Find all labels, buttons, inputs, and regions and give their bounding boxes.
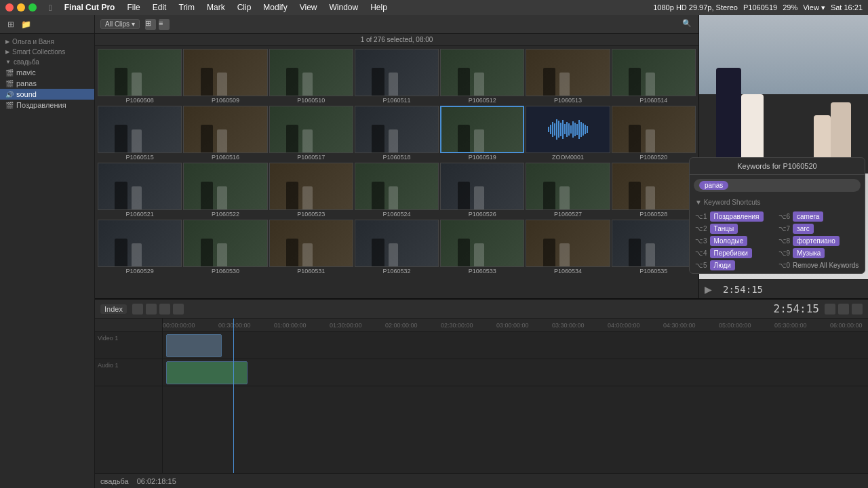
- sidebar-section-smart[interactable]: ▶ Smart Collections: [0, 47, 94, 57]
- project-time: 06:02:18:15: [137, 477, 176, 485]
- clip-figure: [629, 125, 641, 152]
- clip-P1060535[interactable]: P1060535: [612, 220, 696, 275]
- menu-modify[interactable]: Modify: [260, 3, 290, 12]
- clip-P1060532[interactable]: P1060532: [355, 220, 439, 275]
- clip-P1060523[interactable]: P1060523: [269, 163, 353, 218]
- kw-shortcut-3[interactable]: ⌥7загс: [778, 224, 860, 234]
- clip-P1060529[interactable]: P1060529: [98, 220, 182, 275]
- kw-shortcut-7[interactable]: ⌥9Музыка: [778, 248, 860, 258]
- clip-figure: [458, 68, 470, 96]
- menu-window[interactable]: Window: [326, 3, 361, 12]
- clip-P1060527[interactable]: P1060527: [526, 163, 610, 218]
- current-keyword-tag[interactable]: panas: [699, 181, 728, 190]
- play-button[interactable]: ▶: [705, 284, 712, 295]
- clip-P1060513[interactable]: P1060513: [526, 49, 610, 104]
- timeline-clip-1[interactable]: [166, 334, 222, 357]
- close-button[interactable]: [5, 3, 14, 12]
- kw-shortcut-4[interactable]: ⌥3Молодые: [695, 236, 776, 246]
- clip-P1060533[interactable]: P1060533: [440, 220, 524, 275]
- sidebar-item-sound[interactable]: 🔊 sound: [0, 89, 94, 100]
- clip-P1060528[interactable]: P1060528: [612, 163, 696, 218]
- kw-shortcut-9[interactable]: ⌥0Remove All Keywords: [778, 260, 860, 270]
- sidebar-item-congratulations[interactable]: 🎬 Поздравления: [0, 100, 94, 110]
- timeline-btn-r2[interactable]: [838, 304, 849, 314]
- timeline-btn-r3[interactable]: [852, 304, 863, 314]
- menu-clip[interactable]: Clip: [235, 3, 254, 12]
- index-label[interactable]: Index: [100, 304, 127, 314]
- kw-btn-8[interactable]: Люди: [710, 260, 735, 270]
- sidebar-item-panas[interactable]: 🎬 panas: [0, 78, 94, 89]
- menu-file[interactable]: File: [124, 3, 142, 12]
- clip-P1060524[interactable]: P1060524: [355, 163, 439, 218]
- timeline-tracks[interactable]: 00:00:00:0000:30:00:0001:00:00:0001:30:0…: [163, 319, 868, 473]
- audio-track: [163, 359, 868, 386]
- clip-P1060517[interactable]: P1060517: [269, 106, 353, 161]
- kw-btn-3[interactable]: загс: [793, 224, 814, 234]
- apple-icon[interactable]: : [49, 3, 52, 13]
- menu-mark[interactable]: Mark: [204, 3, 228, 12]
- sidebar-icon-1[interactable]: ⊞: [5, 19, 16, 30]
- clip-P1060516[interactable]: P1060516: [183, 106, 267, 161]
- clip-P1060519[interactable]: P1060519: [440, 106, 524, 161]
- wave-bar: [560, 123, 561, 136]
- kw-btn-6[interactable]: Перебивки: [710, 248, 752, 258]
- clip-P1060531[interactable]: P1060531: [269, 220, 353, 275]
- kw-btn-1[interactable]: camera: [793, 211, 823, 222]
- menu-help[interactable]: Help: [368, 3, 390, 12]
- clip-P1060518[interactable]: P1060518: [355, 106, 439, 161]
- clip-P1060514[interactable]: P1060514: [612, 49, 696, 104]
- kw-remove-btn[interactable]: Remove All Keywords: [793, 262, 859, 269]
- timeline-btn-4[interactable]: [173, 304, 184, 314]
- kw-btn-0[interactable]: Поздравления: [710, 211, 764, 222]
- kw-btn-4[interactable]: Молодые: [710, 236, 748, 246]
- kw-shortcut-5[interactable]: ⌥8фортепиано: [778, 236, 860, 246]
- sidebar-section-library[interactable]: ▼ свадьба: [0, 57, 94, 67]
- grid-view-btn[interactable]: ⊞: [145, 19, 156, 30]
- clip-P1060530[interactable]: P1060530: [183, 220, 267, 275]
- menu-trim[interactable]: Trim: [176, 3, 197, 12]
- clip-P1060509[interactable]: P1060509: [183, 49, 267, 104]
- clip-P1060508[interactable]: P1060508: [98, 49, 182, 104]
- fullscreen-button[interactable]: [28, 3, 37, 12]
- clip-P1060521[interactable]: P1060521: [98, 163, 182, 218]
- clip-figure: [629, 239, 641, 266]
- timeline-btn-2[interactable]: [146, 304, 157, 314]
- minimize-button[interactable]: [17, 3, 25, 12]
- search-icon[interactable]: 🔍: [682, 19, 693, 30]
- clip-P1060511[interactable]: P1060511: [355, 49, 439, 104]
- kw-shortcut-2[interactable]: ⌥2Танцы: [695, 224, 776, 234]
- timeline-btn-r1[interactable]: [825, 304, 835, 314]
- app-name[interactable]: Final Cut Pro: [62, 3, 118, 12]
- sidebar-icon-2[interactable]: 📁: [20, 19, 31, 30]
- menu-view[interactable]: View: [297, 3, 320, 12]
- menu-edit[interactable]: Edit: [150, 3, 170, 12]
- clip-P1060520[interactable]: P1060520: [612, 106, 696, 161]
- menu-view-btn[interactable]: View ▾: [803, 3, 825, 12]
- clip-P1060510[interactable]: P1060510: [269, 49, 353, 104]
- menu-clip-id: P1060519: [743, 3, 777, 12]
- clip-P1060515[interactable]: P1060515: [98, 106, 182, 161]
- kw-shortcut-0[interactable]: ⌥1Поздравления: [695, 211, 776, 222]
- all-clips-btn[interactable]: All Clips ▾: [100, 19, 140, 29]
- clip-P1060522[interactable]: P1060522: [183, 163, 267, 218]
- sidebar-section-project[interactable]: ▶ Ольга и Ваня: [0, 37, 94, 47]
- kw-btn-2[interactable]: Танцы: [710, 224, 738, 234]
- kw-shortcut-8[interactable]: ⌥5Люди: [695, 260, 776, 270]
- timeline-clip-audio[interactable]: [166, 361, 248, 384]
- keywords-title: Keywords for P1060520: [690, 158, 865, 175]
- kw-shortcut-1[interactable]: ⌥6camera: [778, 211, 860, 222]
- kw-btn-5[interactable]: фортепиано: [793, 236, 840, 246]
- timeline-btn-3[interactable]: [159, 304, 170, 314]
- clip-figure: [629, 68, 641, 96]
- clip-P1060534[interactable]: P1060534: [526, 220, 610, 275]
- sidebar-item-mavic[interactable]: 🎬 mavic: [0, 67, 94, 78]
- timeline-btn-1[interactable]: [132, 304, 143, 314]
- kw-shortcut-6[interactable]: ⌥4Перебивки: [695, 248, 776, 258]
- list-view-btn[interactable]: ≡: [159, 19, 170, 30]
- sidebar-toolbar: ⊞ 📁: [0, 15, 94, 34]
- keyword-shortcuts-section[interactable]: ▼ Keyword Shortcuts: [690, 196, 865, 209]
- clip-P1060512[interactable]: P1060512: [440, 49, 524, 104]
- clip-ZOOM0001[interactable]: ZOOM0001: [526, 106, 610, 161]
- kw-btn-7[interactable]: Музыка: [793, 248, 825, 258]
- clip-P1060526[interactable]: P1060526: [440, 163, 524, 218]
